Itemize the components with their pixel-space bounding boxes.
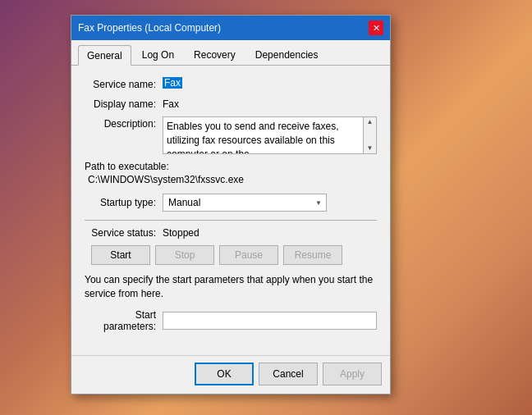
apply-button[interactable]: Apply xyxy=(323,363,382,385)
tab-recovery[interactable]: Recovery xyxy=(185,45,245,65)
service-name-value: Fax xyxy=(163,77,182,89)
service-name-label: Service name: xyxy=(85,77,163,90)
display-name-label: Display name: xyxy=(85,97,163,110)
resume-button[interactable]: Resume xyxy=(283,245,342,265)
display-name-row: Display name: Fax xyxy=(85,97,377,110)
status-value: Stopped xyxy=(163,227,200,239)
ok-button[interactable]: OK xyxy=(195,363,254,385)
tab-logon[interactable]: Log On xyxy=(133,45,183,65)
tab-dependencies[interactable]: Dependencies xyxy=(246,45,328,65)
description-text: Enables you to send and receive faxes, u… xyxy=(167,120,373,154)
divider xyxy=(85,220,377,221)
params-label: Start parameters: xyxy=(85,309,163,332)
status-row: Service status: Stopped xyxy=(85,227,377,239)
startup-label: Startup type: xyxy=(85,197,163,208)
stop-button[interactable]: Stop xyxy=(155,245,214,265)
bottom-buttons: OK Cancel Apply xyxy=(71,355,390,394)
startup-select[interactable]: Manual Automatic Automatic (Delayed Star… xyxy=(163,194,327,212)
description-label: Description: xyxy=(85,116,163,130)
close-icon: ✕ xyxy=(373,23,380,34)
close-button[interactable]: ✕ xyxy=(369,21,383,35)
scroll-down-icon[interactable]: ▼ xyxy=(367,145,374,152)
description-row: Description: Enables you to send and rec… xyxy=(85,116,377,154)
pause-button[interactable]: Pause xyxy=(219,245,278,265)
dialog-title: Fax Properties (Local Computer) xyxy=(78,22,221,34)
path-value: C:\WINDOWS\system32\fxssvc.exe xyxy=(85,174,377,185)
title-bar: Fax Properties (Local Computer) ✕ xyxy=(71,16,390,40)
start-button[interactable]: Start xyxy=(91,245,150,265)
startup-row: Startup type: Manual Automatic Automatic… xyxy=(85,194,377,212)
path-section: Path to executable: C:\WINDOWS\system32\… xyxy=(85,161,377,185)
description-box: Enables you to send and receive faxes, u… xyxy=(163,116,377,154)
tab-general[interactable]: General xyxy=(78,45,131,66)
dialog-window: Fax Properties (Local Computer) ✕ Genera… xyxy=(71,15,391,394)
tab-bar: General Log On Recovery Dependencies xyxy=(71,40,390,66)
description-scrollbar[interactable]: ▲ ▼ xyxy=(363,117,376,153)
tab-content: Service name: Fax Display name: Fax Desc… xyxy=(71,66,390,355)
display-name-value: Fax xyxy=(163,97,179,110)
startup-select-wrapper: Manual Automatic Automatic (Delayed Star… xyxy=(163,194,327,212)
path-label: Path to executable: xyxy=(85,161,377,172)
service-buttons-row: Start Stop Pause Resume xyxy=(85,245,377,265)
params-input[interactable] xyxy=(163,312,377,330)
scroll-up-icon[interactable]: ▲ xyxy=(367,119,374,125)
service-name-row: Service name: Fax xyxy=(85,77,377,90)
info-text: You can specify the start parameters tha… xyxy=(85,273,377,301)
params-row: Start parameters: xyxy=(85,309,377,332)
status-label: Service status: xyxy=(85,227,163,239)
cancel-button[interactable]: Cancel xyxy=(259,363,318,385)
